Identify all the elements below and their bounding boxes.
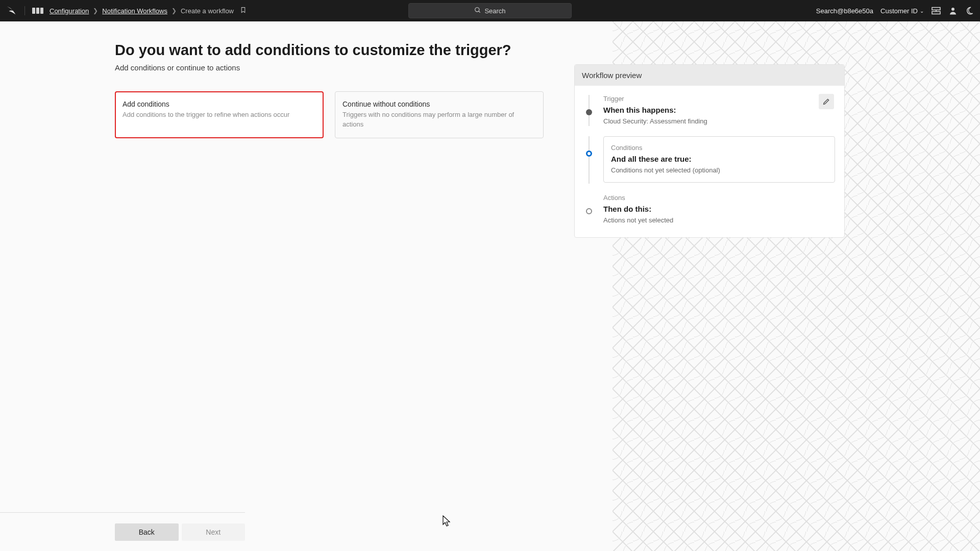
global-search[interactable]: Search xyxy=(408,3,572,18)
separator xyxy=(24,6,25,15)
conditions-step-card: Conditions And all these are true: Condi… xyxy=(603,136,835,183)
actions-description: Actions not yet selected xyxy=(603,216,835,224)
profile-icon[interactable] xyxy=(948,6,958,15)
svg-line-1 xyxy=(479,11,480,12)
breadcrumb-configuration[interactable]: Configuration xyxy=(50,7,89,15)
top-bar: Configuration ❯ Notification Workflows ❯… xyxy=(0,0,980,21)
breadcrumb-notification-workflows[interactable]: Notification Workflows xyxy=(102,7,167,15)
chevron-down-icon: ⌄ xyxy=(920,8,924,14)
page-title: Do you want to add conditions to customi… xyxy=(115,41,544,59)
workflow-preview-panel: Workflow preview Trigger When this happe… xyxy=(574,64,845,238)
trigger-label: Trigger xyxy=(603,95,835,103)
breadcrumb-current: Create a workflow xyxy=(181,7,234,15)
option-add-conditions[interactable]: Add conditions Add conditions to the tri… xyxy=(115,91,324,138)
option-title: Add conditions xyxy=(122,100,316,108)
back-button[interactable]: Back xyxy=(115,523,179,541)
chevron-right-icon: ❯ xyxy=(93,7,98,14)
chevron-right-icon: ❯ xyxy=(172,7,177,14)
wizard-footer: Back Next xyxy=(0,512,245,551)
actions-label: Actions xyxy=(603,194,835,202)
svg-rect-3 xyxy=(932,12,940,14)
activity-icon[interactable] xyxy=(931,7,941,15)
trigger-title: When this happens: xyxy=(603,106,835,114)
svg-point-5 xyxy=(951,8,954,11)
option-title: Continue without conditions xyxy=(342,100,536,108)
customer-id-label: Customer ID xyxy=(880,7,918,15)
customer-id-dropdown[interactable]: Customer ID ⌄ xyxy=(880,7,924,15)
breadcrumb: Configuration ❯ Notification Workflows ❯… xyxy=(50,6,247,15)
step-marker-actions xyxy=(586,208,592,214)
trigger-description: Cloud Security: Assessment finding xyxy=(603,117,835,125)
step-marker-trigger xyxy=(586,109,592,115)
workflow-preview-header: Workflow preview xyxy=(575,65,844,86)
app-switcher-icon[interactable] xyxy=(32,8,43,14)
conditions-title: And all these are true: xyxy=(611,155,827,163)
search-placeholder: Search xyxy=(484,7,505,15)
step-marker-conditions xyxy=(586,151,592,157)
actions-title: Then do this: xyxy=(603,205,835,213)
option-continue-without-conditions[interactable]: Continue without conditions Triggers wit… xyxy=(335,91,544,138)
conditions-description: Conditions not yet selected (optional) xyxy=(611,166,827,174)
next-button: Next xyxy=(182,523,246,541)
search-icon xyxy=(474,7,481,15)
svg-point-0 xyxy=(475,7,479,11)
edit-trigger-button[interactable] xyxy=(819,94,834,109)
page-subtitle: Add conditions or continue to actions xyxy=(115,63,544,72)
theme-toggle-icon[interactable] xyxy=(965,6,974,15)
bookmark-icon[interactable] xyxy=(240,6,247,15)
user-label: Search@b8e6e50a xyxy=(816,7,873,15)
main-content: Do you want to add conditions to customi… xyxy=(0,21,612,551)
conditions-label: Conditions xyxy=(611,144,827,152)
option-description: Triggers with no conditions may perform … xyxy=(342,110,536,130)
falcon-logo-icon[interactable] xyxy=(6,5,17,16)
option-description: Add conditions to the trigger to refine … xyxy=(122,110,316,120)
svg-rect-2 xyxy=(932,8,940,10)
